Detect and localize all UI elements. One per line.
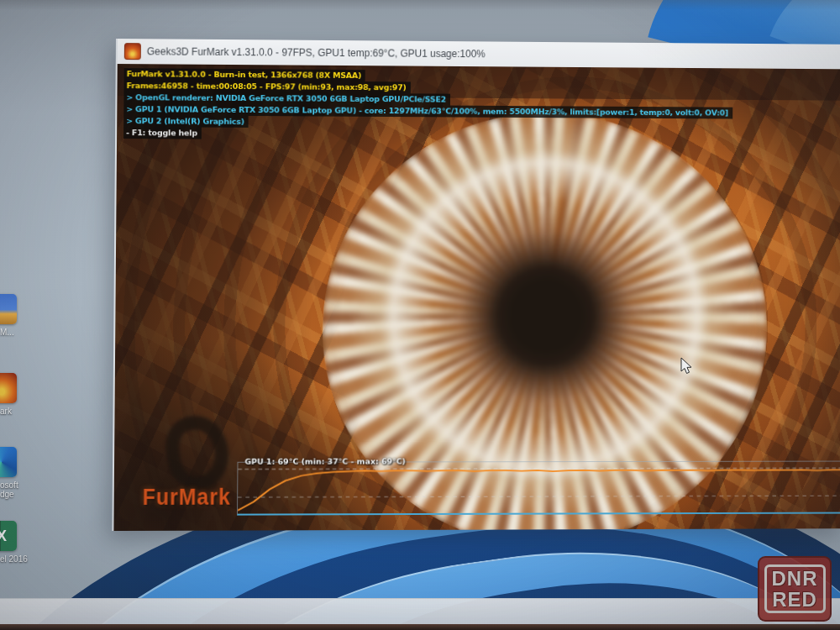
desktop-icon-label: dge	[0, 490, 14, 499]
desktop-icon-excel[interactable]: X el 2016	[0, 521, 50, 564]
osd-help-line: - F1: toggle help	[123, 127, 202, 139]
furmark-logo-fur-glyph	[162, 412, 234, 493]
watermark-line2: RED	[772, 589, 818, 610]
desktop-icon-label: M...	[0, 328, 14, 337]
picture-file-icon	[0, 294, 17, 324]
watermark-line1: DNR	[772, 568, 818, 589]
excel-icon: X	[0, 521, 17, 551]
desktop-icon-label: osoft	[0, 480, 18, 490]
furmark-window: Geeks3D FurMark v1.31.0.0 - 97FPS, GPU1 …	[112, 39, 840, 531]
desktop-icon-unknown[interactable]: M...	[0, 294, 50, 337]
temperature-curve-svg	[238, 462, 840, 514]
desktop-icon-edge[interactable]: osoft dge	[0, 447, 50, 499]
osd-overlay: FurMark v1.31.0.0 - Burn-in test, 1366x7…	[123, 68, 732, 142]
furmark-app-icon	[124, 43, 141, 60]
window-title: Geeks3D FurMark v1.31.0.0 - 97FPS, GPU1 …	[147, 45, 486, 60]
dnr-red-watermark: DNR RED	[758, 556, 832, 622]
osd-gpu2-line: > GPU 2 (Intel(R) Graphics)	[123, 115, 249, 128]
windows-taskbar[interactable]	[0, 598, 840, 625]
desktop-icon-furmark[interactable]: ark	[0, 373, 50, 416]
gpu-temperature-graph: GPU 1: 69°C (min: 37°C - max: 69°C)	[237, 461, 840, 516]
furmark-render-viewport: FurMark v1.31.0.0 - Burn-in test, 1366x7…	[113, 64, 840, 531]
desktop-icon-label: ark	[0, 407, 12, 416]
mouse-cursor	[680, 357, 693, 379]
desktop-icon-label: el 2016	[0, 554, 28, 564]
photographed-screen: M... ark osoft dge X el 2016 Geeks3D Fur…	[0, 0, 840, 630]
screen-bezel	[0, 624, 840, 630]
furmark-logo-text: FurMark	[143, 484, 231, 511]
furmark-logo: FurMark	[143, 416, 232, 509]
edge-browser-icon	[0, 447, 17, 477]
furmark-flame-icon	[0, 373, 17, 403]
